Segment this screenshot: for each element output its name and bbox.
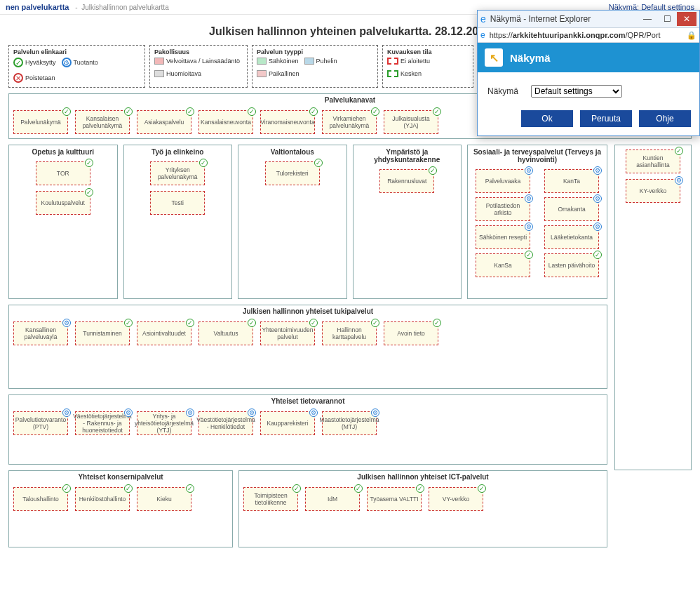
service-card[interactable]: Väestötietojärjestelmä - Henkilötiedot⚙ bbox=[198, 411, 253, 435]
window-titlebar[interactable]: e Näkymä - Internet Explorer — ☐ ✕ bbox=[478, 11, 699, 27]
service-card[interactable]: Palvelunäkymä✓ bbox=[13, 110, 68, 134]
minimize-button[interactable]: — bbox=[638, 12, 657, 26]
service-card[interactable]: Viranomaisneuvonta✓ bbox=[260, 110, 315, 134]
popup-window: e Näkymä - Internet Explorer — ☐ ✕ e htt… bbox=[477, 10, 700, 136]
service-card[interactable]: Julkaisualusta (YJA)✓ bbox=[384, 110, 438, 134]
gear-icon: ⚙ bbox=[309, 409, 318, 417]
swatch-icon bbox=[304, 58, 314, 65]
service-card[interactable]: Taloushallinto✓ bbox=[13, 487, 68, 511]
address-bar[interactable]: e https://arkkitehtuuripankki.onqpr.com/… bbox=[478, 27, 699, 43]
check-icon: ✓ bbox=[62, 107, 71, 116]
service-card[interactable]: Palvelutietovaranto (PTV)⚙ bbox=[13, 411, 68, 435]
service-card[interactable]: Avoin tieto✓ bbox=[384, 321, 438, 345]
swatch-icon bbox=[154, 58, 164, 65]
service-card[interactable]: Koulutuspalvelut✓ bbox=[36, 191, 90, 215]
panel-title: Yhteiset konsernipalvelut bbox=[9, 471, 232, 483]
service-card[interactable]: Tunnistaminen✓ bbox=[75, 321, 130, 345]
service-card[interactable]: Yhteentoimivuuden palvelut✓ bbox=[260, 321, 315, 345]
service-card[interactable]: Toimipisteen tietoliikenne✓ bbox=[243, 487, 298, 511]
x-icon: ✕ bbox=[13, 73, 23, 83]
column-title: Valtiontalous bbox=[238, 145, 346, 159]
gear-icon: ⚙ bbox=[371, 409, 379, 417]
service-card[interactable]: Henkilöstöhallinto✓ bbox=[75, 487, 130, 511]
check-icon: ✓ bbox=[354, 484, 363, 493]
check-icon: ✓ bbox=[593, 251, 602, 259]
panel-ict: Julkisen hallinnon yhteiset ICT-palvelut… bbox=[238, 470, 607, 547]
domain-column: Sosiaali- ja terveyspalvelut (Terveys ja… bbox=[467, 145, 607, 299]
close-button[interactable]: ✕ bbox=[677, 12, 696, 26]
panel-title: Julkisen hallinnon yhteiset tukipalvelut bbox=[9, 305, 607, 317]
service-card[interactable]: Maastotietojärjestelmä (MTJ)⚙ bbox=[322, 411, 377, 435]
service-card[interactable]: Yrityksen palvelunäkymä✓ bbox=[150, 161, 205, 185]
legend-type: Palvelun tyyppi Sähköinen Puhelin Paikal… bbox=[252, 45, 378, 88]
view-select[interactable]: Default settings bbox=[531, 85, 622, 98]
gear-icon: ⚙ bbox=[62, 409, 71, 417]
domain-column: ValtiontalousTulorekisteri✓ bbox=[238, 145, 347, 299]
service-card[interactable]: KanSa✓ bbox=[476, 253, 530, 277]
service-card[interactable]: VY-verkko✓ bbox=[429, 487, 483, 511]
legend-title: Palvelun elinkaari bbox=[13, 48, 140, 55]
check-icon: ✓ bbox=[433, 107, 441, 116]
service-card[interactable]: Testi bbox=[150, 191, 205, 215]
service-card[interactable]: Palveluvaaka⚙ bbox=[476, 169, 530, 193]
service-card[interactable]: Lasten päivähoito✓ bbox=[544, 253, 599, 277]
cursor-icon: ↖ bbox=[485, 48, 503, 67]
swatch-icon bbox=[154, 70, 164, 77]
service-card[interactable]: Kieku✓ bbox=[137, 487, 191, 511]
service-card[interactable]: Tulorekisteri✓ bbox=[265, 161, 320, 185]
service-card[interactable]: Kansallinen palveluväylä⚙ bbox=[13, 321, 68, 345]
service-card[interactable]: Valtuutus✓ bbox=[198, 321, 253, 345]
service-card[interactable]: Kaupparekisteri⚙ bbox=[260, 411, 315, 435]
column-title: Ympäristö ja yhdyskuntarakenne bbox=[354, 145, 462, 166]
panel-title: Yhteiset tietovarannot bbox=[9, 395, 607, 407]
service-card[interactable]: KY-verkko⚙ bbox=[626, 179, 680, 203]
service-card[interactable]: Asiointivaltuudet✓ bbox=[137, 321, 191, 345]
swatch-icon bbox=[257, 58, 267, 65]
legend-mandatory: Pakollisuus Velvoittava / Lainsäädäntö H… bbox=[149, 45, 248, 88]
service-card[interactable]: Potilastiedon arkisto⚙ bbox=[476, 197, 530, 221]
window-title: Näkymä - Internet Explorer bbox=[490, 14, 638, 24]
service-card[interactable]: Sähköinen resepti⚙ bbox=[476, 225, 530, 249]
service-card[interactable]: Virkamiehen palvelunäkymä✓ bbox=[322, 110, 377, 134]
service-card[interactable]: Rakennusluvat✓ bbox=[379, 169, 434, 193]
gear-icon: ⚙ bbox=[675, 176, 683, 185]
breadcrumb-sep: - Julkishallinnon palvelukartta bbox=[75, 4, 168, 11]
check-icon: ✓ bbox=[675, 147, 683, 155]
service-card[interactable]: Väestötietojärjestelmä - Rakennus- ja hu… bbox=[75, 411, 130, 435]
check-icon: ✓ bbox=[124, 107, 133, 116]
check-icon: ✓ bbox=[433, 319, 441, 327]
service-card[interactable]: KanTa⚙ bbox=[544, 169, 599, 193]
breadcrumb-link-1[interactable]: nen palvelukartta bbox=[6, 3, 69, 11]
service-card[interactable]: IdM✓ bbox=[305, 487, 360, 511]
service-card[interactable]: Lääketietokanta⚙ bbox=[544, 225, 599, 249]
help-button[interactable]: Ohje bbox=[639, 110, 691, 127]
check-icon: ✓ bbox=[13, 58, 23, 67]
service-card[interactable]: Kansalaisen palvelunäkymä✓ bbox=[75, 110, 130, 134]
legend-status: Kuvauksen tila Ei aloitettu Kesken bbox=[382, 45, 473, 88]
ok-button[interactable]: Ok bbox=[521, 110, 573, 127]
dialog-header: ↖ Näkymä bbox=[478, 43, 699, 72]
service-card[interactable]: Työasema VALTTI✓ bbox=[367, 487, 422, 511]
service-card[interactable]: Kansalaisneuvonta✓ bbox=[198, 110, 253, 134]
gear-icon: ⚙ bbox=[124, 409, 133, 417]
service-card[interactable]: Yritys- ja yhteisötietojärjestelmä (YTJ)… bbox=[137, 411, 191, 435]
check-icon: ✓ bbox=[371, 319, 379, 327]
maximize-button[interactable]: ☐ bbox=[657, 12, 677, 26]
service-card[interactable]: TOR✓ bbox=[36, 161, 90, 185]
service-card[interactable]: Hallinnon karttapalvelu✓ bbox=[322, 321, 377, 345]
check-icon: ✓ bbox=[314, 159, 323, 167]
right-column: Kuntien asianhallinta✓KY-verkko⚙ bbox=[614, 145, 692, 553]
service-card[interactable]: Asiakaspalvelu✓ bbox=[137, 110, 191, 134]
check-icon: ✓ bbox=[186, 319, 194, 327]
service-card[interactable]: Kuntien asianhallinta✓ bbox=[626, 150, 680, 173]
check-icon: ✓ bbox=[62, 484, 71, 493]
column-title: Opetus ja kulttuuri bbox=[9, 145, 117, 159]
check-icon: ✓ bbox=[429, 166, 437, 175]
check-icon: ✓ bbox=[292, 484, 301, 493]
lock-icon: 🔒 bbox=[687, 31, 696, 40]
cancel-button[interactable]: Peruuta bbox=[580, 110, 632, 127]
domain-column: Opetus ja kulttuuriTOR✓Koulutuspalvelut✓ bbox=[8, 145, 118, 299]
gear-icon: ⚙ bbox=[593, 166, 602, 175]
check-icon: ✓ bbox=[371, 107, 379, 116]
service-card[interactable]: Omakanta⚙ bbox=[544, 197, 599, 221]
